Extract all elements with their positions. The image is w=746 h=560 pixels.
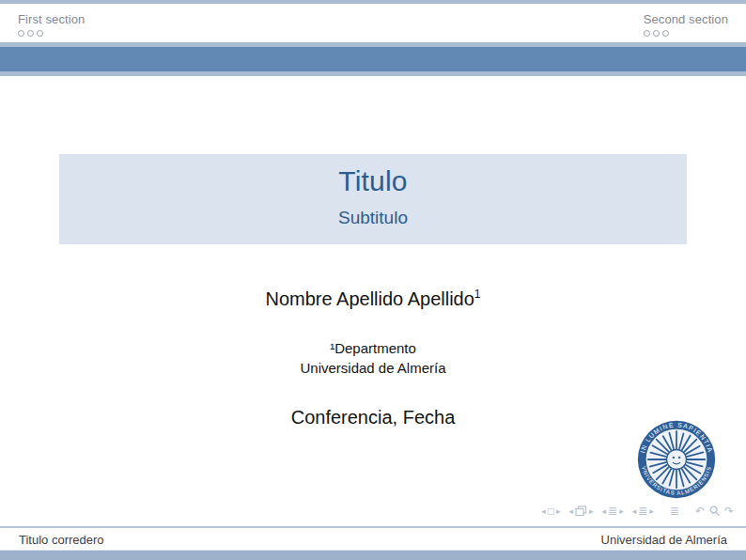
nav-history-group: ↶ ↷: [695, 505, 734, 518]
conference-date: Conferencia, Fecha: [0, 406, 746, 428]
nav-appendix-group: ≣: [670, 505, 679, 518]
header-section-first: First section: [18, 4, 85, 42]
university-seal-icon: IN LUMINE SAPIENTIA VNIVERSITAS ALMERIEN…: [637, 420, 716, 499]
footline-short-title: Titulo corredero: [19, 533, 104, 547]
slide-dot[interactable]: [27, 30, 34, 37]
next-frame-icon[interactable]: ▸: [589, 505, 594, 518]
institute-department: ¹Departmento: [0, 338, 746, 358]
header-bar: [0, 42, 746, 76]
section-first-label[interactable]: First section: [18, 12, 85, 26]
nav-slide-group: ◂ □ ▸: [541, 505, 560, 518]
slide-subtitle: Subtitulo: [59, 207, 687, 228]
university-seal-logo: IN LUMINE SAPIENTIA VNIVERSITAS ALMERIEN…: [637, 420, 716, 499]
headline: First section Second section: [0, 4, 746, 42]
search-icon[interactable]: [709, 506, 720, 517]
bottom-accent-bar: [0, 550, 746, 560]
nav-subsection-group: ◂ ≣ ▸: [602, 505, 624, 518]
beamer-title-slide: First section Second section Titulo Subt…: [0, 0, 746, 560]
section-second-label[interactable]: Second section: [644, 12, 728, 26]
appendix-icon[interactable]: ≣: [670, 505, 679, 518]
footline-institution: Universidad de Almería: [601, 533, 727, 547]
title-box: Titulo Subtitulo: [59, 154, 687, 244]
beamer-navigation-bar: ◂ □ ▸ ◂ ▸ ◂ ≣ ▸ ◂ ≣ ▸ ≣ ↶: [541, 505, 734, 518]
slide-dot[interactable]: [37, 30, 43, 37]
go-forward-icon[interactable]: ↷: [724, 505, 734, 518]
institute-university: Universidad de Almería: [0, 358, 746, 378]
subsection-icon[interactable]: ≣: [608, 505, 617, 518]
prev-section-icon[interactable]: ◂: [632, 505, 637, 518]
slide-dot[interactable]: [653, 30, 660, 37]
nav-frame-group: ◂ ▸: [569, 505, 594, 518]
institute-block: ¹Departmento Universidad de Almería: [0, 338, 746, 378]
author-name: Nombre Apellido Apellido: [265, 288, 474, 309]
author-line: Nombre Apellido Apellido1: [0, 283, 746, 310]
section-icon[interactable]: ≣: [638, 505, 647, 518]
frame-icon[interactable]: [575, 506, 587, 517]
slide-dot[interactable]: [644, 30, 650, 37]
slide-icon[interactable]: □: [548, 505, 554, 518]
prev-slide-icon[interactable]: ◂: [541, 505, 546, 518]
next-subsection-icon[interactable]: ▸: [619, 505, 624, 518]
nav-section-group: ◂ ≣ ▸: [632, 505, 654, 518]
next-slide-icon[interactable]: ▸: [556, 505, 561, 518]
slide-title: Titulo: [59, 164, 687, 198]
next-section-icon[interactable]: ▸: [649, 505, 654, 518]
prev-frame-icon[interactable]: ◂: [569, 505, 574, 518]
section-first-dots: [18, 30, 85, 37]
author-affiliation-mark: 1: [474, 288, 481, 301]
section-second-dots: [644, 30, 728, 37]
header-section-second: Second section: [644, 4, 728, 42]
prev-subsection-icon[interactable]: ◂: [602, 505, 607, 518]
slide-dot[interactable]: [662, 30, 669, 37]
footline: Titulo corredero Universidad de Almería: [0, 528, 746, 551]
slide-dot[interactable]: [18, 30, 24, 37]
go-back-icon[interactable]: ↶: [695, 505, 705, 518]
